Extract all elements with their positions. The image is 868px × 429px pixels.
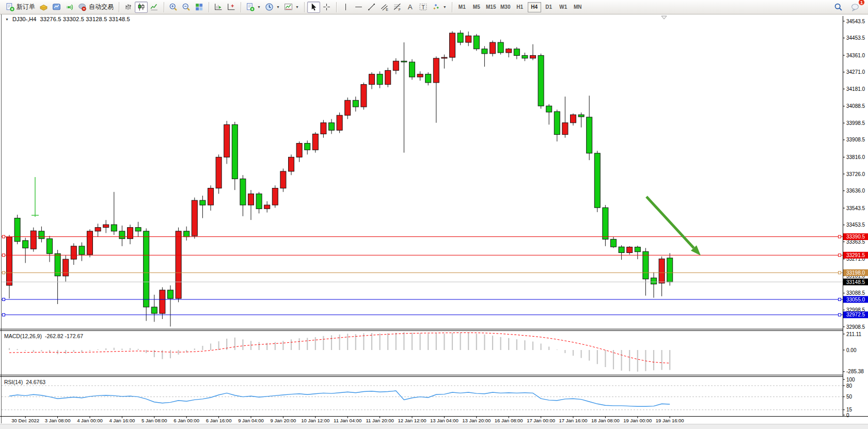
text-button[interactable]: A <box>404 2 417 13</box>
trendline-icon <box>367 3 376 11</box>
candle-body <box>264 205 270 209</box>
toolbar-right: 1 <box>832 2 866 13</box>
timeframe-m5[interactable]: M5 <box>470 2 483 12</box>
candle-body <box>151 307 157 313</box>
indicators-button[interactable]: ▼ <box>244 2 263 13</box>
zoom-in-button[interactable] <box>167 2 180 13</box>
crosshair-button[interactable] <box>320 2 333 13</box>
candle-body <box>627 247 633 253</box>
candle-body <box>144 231 149 307</box>
zoom-out-button[interactable] <box>180 2 193 13</box>
line-handle[interactable] <box>3 254 5 257</box>
timeframe-m15[interactable]: M15 <box>484 2 498 12</box>
toolbar-group <box>117 0 162 14</box>
candle-body <box>208 188 214 205</box>
candle-body <box>369 74 375 85</box>
market-button[interactable] <box>37 2 50 13</box>
chevron-down-icon: ▼ <box>276 5 280 9</box>
notification-badge: 1 <box>858 0 865 6</box>
periods-button[interactable]: ▼ <box>263 2 282 13</box>
notifications-button[interactable]: 1 <box>849 2 862 13</box>
line-handle[interactable] <box>839 272 841 274</box>
toolbar-group: EFAT▼ <box>335 0 450 14</box>
market-icon <box>39 3 48 11</box>
candle-body <box>450 33 455 57</box>
equidistant-channel-button[interactable]: E <box>378 2 391 13</box>
time-axis-label: 6 Jan 00:00 <box>173 418 199 423</box>
tile-windows-button[interactable] <box>193 2 206 13</box>
auto-trading-icon <box>78 3 87 11</box>
timeframe-h4[interactable]: H4 <box>528 2 541 12</box>
text-label-button[interactable]: T <box>417 2 430 13</box>
candle-body <box>651 278 657 284</box>
profile-button[interactable] <box>50 2 63 13</box>
time-axis-label: 13 Jan 20:00 <box>462 418 491 423</box>
candle-body <box>272 188 278 205</box>
chevron-down-icon: ▼ <box>443 5 447 9</box>
candlestick-button[interactable] <box>135 2 148 13</box>
time-axis-label: 10 Jan 12:00 <box>301 418 329 423</box>
profile-icon <box>52 3 61 11</box>
candle-body <box>635 247 640 252</box>
chart-canvas[interactable]: 34543.534453.534361.034271.034181.034088… <box>0 14 868 429</box>
line-handle[interactable] <box>839 254 841 257</box>
line-handle[interactable] <box>3 272 5 274</box>
shapes-button[interactable]: ▼ <box>430 2 449 13</box>
vertical-line-button[interactable] <box>339 2 352 13</box>
candle-body <box>466 36 471 42</box>
horizontal-line-icon <box>354 3 363 11</box>
candle-body <box>296 144 302 157</box>
line-handle[interactable] <box>3 298 5 301</box>
price-axis-tick: 34543.5 <box>846 19 865 24</box>
svg-text:33198.0: 33198.0 <box>846 270 865 276</box>
chart-shift-button[interactable] <box>225 2 238 13</box>
search-button[interactable] <box>832 2 845 13</box>
timeframe-mn[interactable]: MN <box>571 2 585 12</box>
line-handle[interactable] <box>3 313 5 316</box>
trendline-button[interactable] <box>365 2 378 13</box>
time-axis-label: 17 Jan 16:00 <box>559 418 588 423</box>
svg-text:33291.5: 33291.5 <box>846 252 865 258</box>
horizontal-line-button[interactable] <box>352 2 365 13</box>
candle-body <box>417 74 423 77</box>
line-handle[interactable] <box>839 235 841 238</box>
line-handle[interactable] <box>839 313 841 316</box>
candle-body <box>312 134 318 150</box>
macd-axis-tick: 211.11 <box>846 331 862 337</box>
auto-arrange-button[interactable] <box>212 2 225 13</box>
timeframe-w1[interactable]: W1 <box>557 2 570 12</box>
candle-body <box>482 49 487 54</box>
timeframe-m1[interactable]: M1 <box>455 2 469 12</box>
cursor-button[interactable] <box>307 2 320 13</box>
candle-body <box>377 74 383 85</box>
time-axis-label: 11 Jan 20:00 <box>366 418 393 423</box>
timeframe-d1[interactable]: D1 <box>542 2 556 12</box>
fibonacci-button[interactable]: F <box>391 2 404 13</box>
chevron-down-icon: ▼ <box>295 5 299 9</box>
candle-body <box>321 123 326 134</box>
chart-dropdown-icon[interactable]: ▼ <box>5 18 9 21</box>
time-axis-label: 5 Jan 08:00 <box>141 418 167 423</box>
svg-text:E: E <box>386 8 388 11</box>
time-axis-label: 9 Jan 20:00 <box>271 418 296 423</box>
timeframe-h1[interactable]: H1 <box>513 2 527 12</box>
candle-body <box>498 42 503 53</box>
time-axis-label: 3 Jan 08:00 <box>45 418 71 423</box>
candle-body <box>240 179 246 205</box>
line-handle[interactable] <box>839 298 841 301</box>
candle-body <box>401 61 407 62</box>
chart-header[interactable]: ▼ DJ30-,H4 33276.5 33302.5 33128.5 33148… <box>5 16 130 22</box>
line-handle[interactable] <box>3 235 5 238</box>
tile-windows-icon <box>195 3 203 11</box>
candle-body <box>176 231 181 298</box>
new-order-button[interactable]: 新订单 <box>4 2 37 13</box>
auto-trading-button[interactable]: 自动交易 <box>76 2 116 13</box>
bar-chart-button[interactable] <box>122 2 135 13</box>
candle-body <box>192 200 197 236</box>
timeframe-m30[interactable]: M30 <box>499 2 512 12</box>
line-chart-button[interactable] <box>148 2 161 13</box>
signals-button[interactable] <box>63 2 76 13</box>
price-axis-tick: 32908.5 <box>846 324 865 330</box>
candle-body <box>289 157 294 171</box>
templates-button[interactable]: ▼ <box>282 2 301 13</box>
